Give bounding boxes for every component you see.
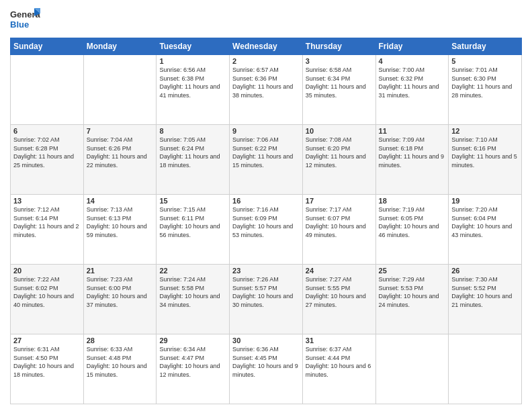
- day-cell: 17Sunrise: 7:17 AM Sunset: 6:07 PM Dayli…: [302, 195, 375, 265]
- day-cell: 1Sunrise: 6:56 AM Sunset: 6:38 PM Daylig…: [157, 55, 230, 125]
- day-number: 29: [159, 336, 226, 345]
- day-cell: 6Sunrise: 7:02 AM Sunset: 6:28 PM Daylig…: [11, 125, 84, 195]
- day-info: Sunrise: 6:36 AM Sunset: 4:45 PM Dayligh…: [232, 345, 300, 379]
- week-row-1: 1Sunrise: 6:56 AM Sunset: 6:38 PM Daylig…: [11, 55, 522, 125]
- day-cell: 2Sunrise: 6:57 AM Sunset: 6:36 PM Daylig…: [230, 55, 303, 125]
- day-info: Sunrise: 7:09 AM Sunset: 6:18 PM Dayligh…: [379, 136, 446, 169]
- day-cell: 26Sunrise: 7:30 AM Sunset: 5:52 PM Dayli…: [449, 265, 522, 334]
- day-number: 19: [451, 197, 519, 205]
- day-number: 26: [451, 267, 519, 275]
- logo: GeneralBlue: [10, 7, 40, 32]
- weekday-friday: Friday: [375, 38, 449, 55]
- day-cell: 12Sunrise: 7:10 AM Sunset: 6:16 PM Dayli…: [449, 125, 522, 195]
- logo-svg: GeneralBlue: [10, 7, 40, 32]
- day-cell: 10Sunrise: 7:08 AM Sunset: 6:20 PM Dayli…: [302, 125, 375, 195]
- day-info: Sunrise: 6:33 AM Sunset: 4:48 PM Dayligh…: [87, 345, 154, 379]
- day-cell: 19Sunrise: 7:20 AM Sunset: 6:04 PM Dayli…: [449, 195, 522, 265]
- day-info: Sunrise: 6:58 AM Sunset: 6:34 PM Dayligh…: [306, 66, 373, 99]
- day-cell: 16Sunrise: 7:16 AM Sunset: 6:09 PM Dayli…: [230, 195, 303, 265]
- day-info: Sunrise: 7:17 AM Sunset: 6:07 PM Dayligh…: [306, 205, 373, 239]
- day-cell: 24Sunrise: 7:27 AM Sunset: 5:55 PM Dayli…: [302, 265, 375, 334]
- day-cell: 5Sunrise: 7:01 AM Sunset: 6:30 PM Daylig…: [449, 55, 522, 125]
- day-number: 23: [232, 267, 300, 275]
- day-info: Sunrise: 7:23 AM Sunset: 6:00 PM Dayligh…: [87, 275, 154, 309]
- day-cell: 18Sunrise: 7:19 AM Sunset: 6:05 PM Dayli…: [375, 195, 449, 265]
- day-number: 13: [13, 197, 81, 205]
- day-info: Sunrise: 7:13 AM Sunset: 6:13 PM Dayligh…: [87, 205, 154, 239]
- day-cell: 30Sunrise: 6:36 AM Sunset: 4:45 PM Dayli…: [230, 334, 303, 404]
- day-number: 11: [379, 127, 446, 135]
- day-info: Sunrise: 7:00 AM Sunset: 6:32 PM Dayligh…: [379, 66, 446, 99]
- calendar-table: SundayMondayTuesdayWednesdayThursdayFrid…: [10, 38, 522, 404]
- week-row-5: 27Sunrise: 6:31 AM Sunset: 4:50 PM Dayli…: [11, 334, 522, 404]
- day-info: Sunrise: 7:10 AM Sunset: 6:16 PM Dayligh…: [451, 136, 519, 169]
- day-cell: [11, 55, 84, 125]
- day-number: 4: [379, 57, 446, 65]
- day-cell: 8Sunrise: 7:05 AM Sunset: 6:24 PM Daylig…: [157, 125, 230, 195]
- weekday-thursday: Thursday: [302, 38, 375, 55]
- day-info: Sunrise: 7:05 AM Sunset: 6:24 PM Dayligh…: [159, 136, 226, 169]
- week-row-2: 6Sunrise: 7:02 AM Sunset: 6:28 PM Daylig…: [11, 125, 522, 195]
- day-info: Sunrise: 7:06 AM Sunset: 6:22 PM Dayligh…: [232, 136, 300, 169]
- day-number: 25: [379, 267, 446, 275]
- day-cell: 4Sunrise: 7:00 AM Sunset: 6:32 PM Daylig…: [375, 55, 449, 125]
- day-number: 7: [87, 127, 154, 135]
- day-number: 5: [451, 57, 519, 65]
- day-cell: 11Sunrise: 7:09 AM Sunset: 6:18 PM Dayli…: [375, 125, 449, 195]
- day-number: 12: [451, 127, 519, 135]
- day-number: 16: [232, 197, 300, 205]
- day-number: 10: [306, 127, 373, 135]
- day-cell: 15Sunrise: 7:15 AM Sunset: 6:11 PM Dayli…: [157, 195, 230, 265]
- page-header: GeneralBlue: [10, 7, 522, 32]
- day-cell: 20Sunrise: 7:22 AM Sunset: 6:02 PM Dayli…: [11, 265, 84, 334]
- day-cell: 31Sunrise: 6:37 AM Sunset: 4:44 PM Dayli…: [302, 334, 375, 404]
- day-number: 17: [306, 197, 373, 205]
- day-number: 30: [232, 336, 300, 345]
- day-number: 15: [159, 197, 226, 205]
- weekday-header-row: SundayMondayTuesdayWednesdayThursdayFrid…: [11, 38, 522, 55]
- day-cell: [375, 334, 449, 404]
- day-info: Sunrise: 6:31 AM Sunset: 4:50 PM Dayligh…: [13, 345, 81, 379]
- day-info: Sunrise: 7:30 AM Sunset: 5:52 PM Dayligh…: [451, 275, 519, 309]
- day-info: Sunrise: 6:56 AM Sunset: 6:38 PM Dayligh…: [159, 66, 226, 99]
- day-number: 6: [13, 127, 81, 135]
- day-number: 27: [13, 336, 81, 345]
- day-number: 1: [159, 57, 226, 65]
- weekday-sunday: Sunday: [11, 38, 84, 55]
- day-info: Sunrise: 7:29 AM Sunset: 5:53 PM Dayligh…: [379, 275, 446, 309]
- day-number: 14: [87, 197, 154, 205]
- day-number: 2: [232, 57, 300, 65]
- day-number: 28: [87, 336, 154, 345]
- day-cell: [83, 55, 157, 125]
- weekday-saturday: Saturday: [449, 38, 522, 55]
- day-info: Sunrise: 7:12 AM Sunset: 6:14 PM Dayligh…: [13, 205, 81, 239]
- weekday-wednesday: Wednesday: [230, 38, 303, 55]
- weekday-monday: Monday: [83, 38, 157, 55]
- day-cell: 3Sunrise: 6:58 AM Sunset: 6:34 PM Daylig…: [302, 55, 375, 125]
- day-number: 22: [159, 267, 226, 275]
- weekday-tuesday: Tuesday: [157, 38, 230, 55]
- day-number: 9: [232, 127, 300, 135]
- day-info: Sunrise: 7:24 AM Sunset: 5:58 PM Dayligh…: [159, 275, 226, 309]
- day-number: 3: [306, 57, 373, 65]
- day-info: Sunrise: 7:08 AM Sunset: 6:20 PM Dayligh…: [306, 136, 373, 169]
- day-number: 18: [379, 197, 446, 205]
- day-cell: 13Sunrise: 7:12 AM Sunset: 6:14 PM Dayli…: [11, 195, 84, 265]
- week-row-4: 20Sunrise: 7:22 AM Sunset: 6:02 PM Dayli…: [11, 265, 522, 334]
- day-number: 8: [159, 127, 226, 135]
- day-info: Sunrise: 7:16 AM Sunset: 6:09 PM Dayligh…: [232, 205, 300, 239]
- day-info: Sunrise: 7:15 AM Sunset: 6:11 PM Dayligh…: [159, 205, 226, 239]
- day-number: 21: [87, 267, 154, 275]
- day-cell: 23Sunrise: 7:26 AM Sunset: 5:57 PM Dayli…: [230, 265, 303, 334]
- svg-text:Blue: Blue: [10, 19, 29, 30]
- day-cell: 28Sunrise: 6:33 AM Sunset: 4:48 PM Dayli…: [83, 334, 157, 404]
- day-cell: 7Sunrise: 7:04 AM Sunset: 6:26 PM Daylig…: [83, 125, 157, 195]
- day-cell: 21Sunrise: 7:23 AM Sunset: 6:00 PM Dayli…: [83, 265, 157, 334]
- day-cell: 29Sunrise: 6:34 AM Sunset: 4:47 PM Dayli…: [157, 334, 230, 404]
- day-cell: 9Sunrise: 7:06 AM Sunset: 6:22 PM Daylig…: [230, 125, 303, 195]
- day-info: Sunrise: 7:20 AM Sunset: 6:04 PM Dayligh…: [451, 205, 519, 239]
- day-info: Sunrise: 7:26 AM Sunset: 5:57 PM Dayligh…: [232, 275, 300, 309]
- day-info: Sunrise: 7:19 AM Sunset: 6:05 PM Dayligh…: [379, 205, 446, 239]
- day-info: Sunrise: 7:02 AM Sunset: 6:28 PM Dayligh…: [13, 136, 81, 169]
- day-number: 20: [13, 267, 81, 275]
